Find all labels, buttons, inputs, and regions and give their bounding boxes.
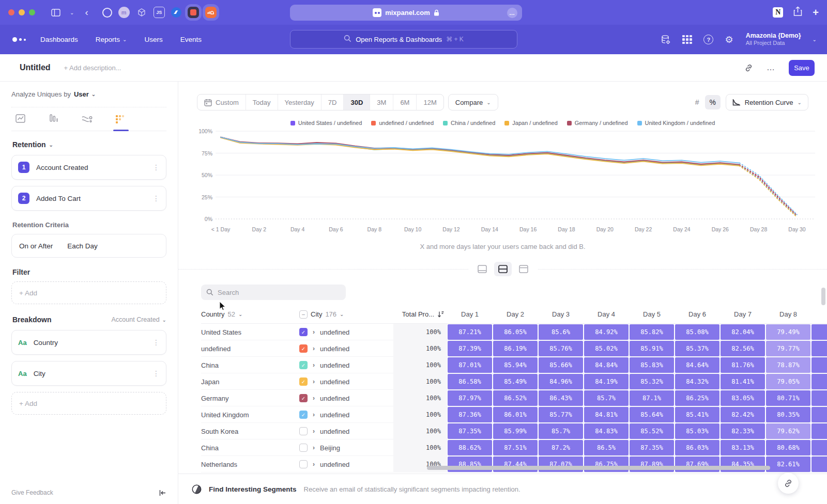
global-search[interactable]: Open Reports & Dashboards ⌘ + K [290, 30, 517, 49]
expand-row-icon[interactable]: › [313, 444, 315, 451]
range-button-today[interactable]: Today [246, 94, 278, 110]
js-extension-icon[interactable]: JS [154, 7, 165, 18]
copy-link-icon[interactable] [744, 64, 753, 72]
range-button-7d[interactable]: 7D [321, 94, 344, 110]
series-checkbox[interactable] [299, 427, 308, 435]
retention-cell[interactable]: 84.83% [584, 423, 629, 439]
retention-cell[interactable]: 85.52% [630, 423, 674, 439]
series-checkbox[interactable] [299, 444, 308, 452]
day-column-header[interactable]: Day 7 [720, 310, 765, 318]
range-button-30d[interactable]: 30D [344, 94, 370, 110]
day-column-header[interactable]: Day 4 [584, 310, 629, 318]
retention-cell[interactable]: 81.76% [721, 357, 765, 373]
retention-cell[interactable]: 85.7% [584, 390, 629, 406]
expand-row-icon[interactable]: › [313, 395, 315, 402]
add-filter-button[interactable]: + Add [11, 281, 166, 304]
retention-cell[interactable]: 84.81% [584, 407, 629, 422]
retention-cell[interactable]: 82.42% [721, 407, 765, 422]
tab-flows[interactable] [82, 107, 93, 131]
day-column-header[interactable]: Day 1 [447, 310, 493, 318]
retention-step-1[interactable]: 1 Account Created ⋮ [11, 155, 166, 180]
data-management-icon[interactable] [661, 35, 671, 45]
retention-cell[interactable]: 87.97% [448, 390, 492, 406]
address-more-icon[interactable]: … [507, 8, 517, 18]
cube-extension-icon[interactable] [136, 7, 147, 18]
total-column-header[interactable]: Total Pro... [393, 310, 447, 318]
mixpanel-logo[interactable] [12, 37, 26, 42]
retention-cell[interactable]: 83.13% [721, 440, 765, 455]
save-button[interactable]: Save [789, 60, 815, 76]
retention-cell[interactable]: 87.36% [448, 407, 492, 422]
retention-cell[interactable]: 85.76% [539, 341, 583, 356]
retention-cell[interactable]: 86.01% [493, 407, 538, 422]
help-icon[interactable]: ? [703, 35, 713, 44]
retention-cell[interactable]: 84.84% [584, 357, 629, 373]
retention-cell[interactable]: 85.82% [630, 324, 674, 340]
retention-cell[interactable]: 78.87% [766, 357, 810, 373]
soundcloud-extension-icon[interactable] [205, 7, 217, 18]
day-column-header[interactable]: Day 5 [629, 310, 675, 318]
tab-funnels[interactable] [49, 107, 59, 131]
retention-cell[interactable]: 88.62% [448, 440, 492, 455]
ring-extension-icon[interactable] [102, 8, 112, 18]
series-checkbox[interactable]: ✓ [299, 344, 308, 353]
country-column-header[interactable]: Country52⌄ [201, 310, 299, 318]
apps-grid-icon[interactable] [682, 35, 692, 44]
kebab-menu-icon[interactable]: ⋮ [152, 166, 160, 169]
expand-row-icon[interactable]: › [313, 345, 315, 352]
report-title[interactable]: Untitled [20, 63, 51, 72]
bird-extension-icon[interactable] [171, 7, 181, 18]
breakdown-country[interactable]: Aa Country ⋮ [11, 330, 166, 355]
horizontal-scrollbar[interactable] [427, 466, 770, 470]
view-table-only-button[interactable] [515, 262, 532, 276]
new-tab-icon[interactable]: + [813, 7, 819, 19]
producthunt-extension-icon[interactable] [188, 7, 199, 18]
retention-cell[interactable]: 85.03% [675, 423, 719, 439]
retention-cell[interactable]: 85.32% [630, 374, 674, 389]
retention-criteria-card[interactable]: On or After Each Day [11, 234, 166, 258]
retention-cell[interactable]: 80.68% [766, 440, 810, 455]
range-button-yesterday[interactable]: Yesterday [278, 94, 321, 110]
retention-cell[interactable]: 82.04% [721, 324, 765, 340]
retention-cell[interactable]: 84.64% [675, 357, 719, 373]
retention-cell[interactable]: 79.49% [766, 324, 810, 340]
zoom-window-button[interactable] [29, 9, 35, 15]
retention-cell[interactable]: 80.35% [766, 407, 810, 422]
day-column-header[interactable]: Day 3 [538, 310, 584, 318]
add-breakdown-button[interactable]: + Add [11, 392, 166, 415]
expand-row-icon[interactable]: › [313, 461, 315, 468]
retention-cell[interactable]: 81.41% [721, 374, 765, 389]
legend-item[interactable]: United Kingdom / undefined [637, 120, 715, 126]
retention-section-header[interactable]: Retention⌄ [12, 140, 166, 149]
nav-item-users[interactable]: Users [144, 36, 162, 43]
breakdown-scope-select[interactable]: Account Created⌄ [112, 316, 167, 323]
series-checkbox[interactable]: ✓ [299, 394, 308, 402]
vertical-scrollbar[interactable] [821, 288, 825, 305]
legend-item[interactable]: United States / undefined [290, 120, 362, 126]
criteria-on-or-after[interactable]: On or After [19, 242, 53, 250]
retention-cell[interactable]: 86.03% [675, 440, 719, 455]
retention-cell[interactable]: 86.5% [584, 440, 629, 455]
series-checkbox[interactable]: ✓ [299, 411, 308, 419]
kebab-menu-icon[interactable]: ⋮ [152, 341, 160, 344]
nav-item-dashboards[interactable]: Dashboards [40, 36, 78, 43]
add-description[interactable]: + Add description... [64, 64, 121, 72]
retention-cell[interactable]: 79.62% [766, 423, 810, 439]
retention-cell[interactable]: 82.56% [721, 341, 765, 356]
series-checkbox[interactable]: ✓ [299, 361, 308, 369]
retention-cell[interactable]: 87.35% [448, 423, 492, 439]
retention-chart[interactable]: 100%75%50%25%0% < 1 DayDay 2Day 4Day 6Da… [197, 129, 818, 235]
chart-type-select[interactable]: Retention Curve ⌄ [726, 94, 808, 111]
retention-cell[interactable]: 86.58% [448, 374, 492, 389]
day-column-header[interactable]: Day 8 [765, 310, 811, 318]
kebab-menu-icon[interactable]: ⋮ [152, 197, 160, 200]
retention-step-2[interactable]: 2 Added To Cart ⋮ [11, 186, 166, 211]
m-extension-icon[interactable]: m [118, 7, 130, 18]
back-icon[interactable]: ‹ [85, 7, 88, 18]
notion-icon[interactable]: N [773, 7, 783, 18]
criteria-each-day[interactable]: Each Day [67, 242, 98, 250]
retention-cell[interactable]: 86.05% [493, 324, 538, 340]
unit-toggle-count[interactable]: # [690, 95, 705, 109]
retention-cell[interactable]: 83.05% [721, 390, 765, 406]
legend-item[interactable]: undefined / undefined [371, 120, 434, 126]
